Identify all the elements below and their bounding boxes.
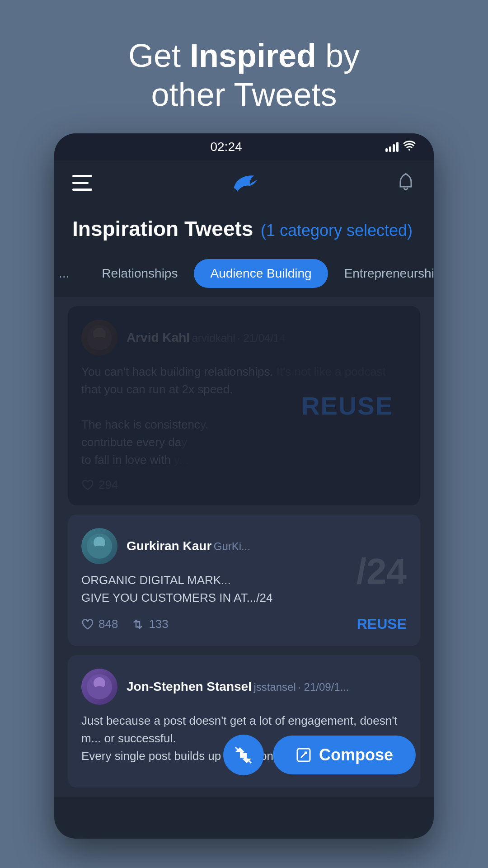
wifi-icon bbox=[403, 141, 416, 153]
hero-line1: Get Inspired by bbox=[0, 36, 488, 75]
like-count: 848 bbox=[99, 617, 118, 631]
tab-audience-building[interactable]: Audience Building bbox=[194, 259, 328, 288]
compose-label: Compose bbox=[319, 745, 393, 764]
tweet-header: Jon-Stephen Stansel jsstansel · 21/09/1.… bbox=[81, 669, 407, 705]
status-icons bbox=[385, 141, 416, 153]
compose-area: Compose bbox=[223, 735, 416, 775]
compose-button[interactable]: Compose bbox=[273, 736, 416, 774]
notification-icon[interactable] bbox=[396, 172, 416, 196]
hero-by: by bbox=[316, 38, 360, 74]
tweet-user-info: Gurkiran Kaur GurKi... bbox=[127, 539, 407, 553]
svg-rect-0 bbox=[72, 175, 92, 177]
hero-inspired: Inspired bbox=[190, 38, 316, 74]
signal-icon bbox=[385, 142, 399, 152]
tweet-header: Gurkiran Kaur GurKi... bbox=[81, 528, 407, 564]
tab-partial: ... bbox=[54, 259, 85, 288]
main-content: Arvid Kahl arvidkahl · 21/04/14 You can'… bbox=[54, 297, 434, 811]
tweet-content: ORGANIC DIGITAL MARK... GIVE YOU CUSTOME… bbox=[81, 571, 407, 607]
phone-mockup: 02:24 bbox=[54, 133, 434, 839]
avatar bbox=[81, 669, 117, 705]
reuse-button[interactable]: REUSE bbox=[357, 616, 407, 632]
tweet-username: Jon-Stephen Stansel bbox=[127, 679, 252, 693]
shuffle-button[interactable] bbox=[223, 735, 264, 775]
tweet-card: Arvid Kahl arvidkahl · 21/04/14 You can'… bbox=[68, 306, 420, 505]
tweet-user-info: Jon-Stephen Stansel jsstansel · 21/09/1.… bbox=[127, 679, 407, 694]
hero-get: Get bbox=[128, 38, 190, 74]
retweet-count: 133 bbox=[149, 617, 168, 631]
app-header bbox=[54, 160, 434, 208]
tweet-username: Gurkiran Kaur bbox=[127, 539, 211, 553]
app-logo bbox=[230, 170, 258, 198]
swipe-overlay: REUSE bbox=[68, 306, 420, 505]
tab-entrepreneurship[interactable]: Entrepreneurship bbox=[328, 259, 434, 288]
tweet-actions: 848 133 REUSE bbox=[81, 616, 407, 632]
tweets-area: Arvid Kahl arvidkahl · 21/04/14 You can'… bbox=[54, 297, 434, 797]
svg-rect-1 bbox=[72, 182, 89, 184]
svg-rect-2 bbox=[72, 189, 92, 191]
hero-line2: other Tweets bbox=[0, 75, 488, 114]
category-tabs: ... Relationships Audience Building Entr… bbox=[54, 255, 434, 297]
page-title: Inspiration Tweets bbox=[72, 217, 253, 241]
retweet-action[interactable]: 133 bbox=[131, 617, 168, 631]
like-action[interactable]: 848 bbox=[81, 617, 118, 631]
hero-section: Get Inspired by other Tweets bbox=[0, 36, 488, 114]
tweet-card: Gurkiran Kaur GurKi... ORGANIC DIGITAL M… bbox=[68, 514, 420, 646]
avatar bbox=[81, 528, 117, 564]
page-subtitle: (1 category selected) bbox=[261, 221, 413, 240]
page-title-section: Inspiration Tweets (1 category selected) bbox=[54, 208, 434, 255]
menu-icon[interactable] bbox=[72, 175, 92, 193]
svg-point-12 bbox=[91, 686, 108, 698]
svg-point-9 bbox=[91, 546, 108, 557]
tweet-date: · 21/09/1... bbox=[298, 681, 349, 693]
status-time: 02:24 bbox=[210, 140, 242, 154]
tweet-handle: GurKi... bbox=[214, 540, 250, 552]
svg-line-16 bbox=[301, 752, 306, 758]
overlay-circle bbox=[276, 306, 420, 451]
tweet-handle: jsstansel bbox=[253, 681, 296, 693]
status-bar: 02:24 bbox=[54, 133, 434, 160]
tab-relationships[interactable]: Relationships bbox=[85, 259, 194, 288]
